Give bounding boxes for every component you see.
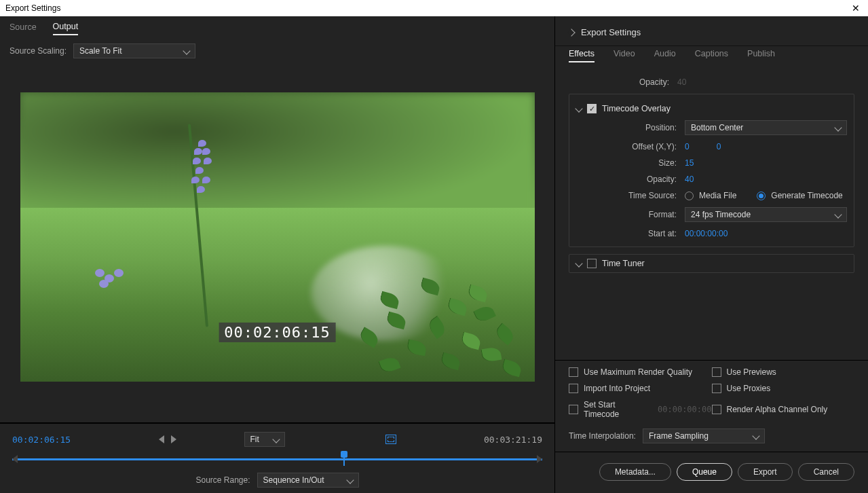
import-checkbox[interactable] [569, 384, 578, 393]
right-panel: Export Settings Effects Video Audio Capt… [555, 16, 868, 493]
zoom-value: Fit [250, 435, 259, 444]
scaling-dropdown[interactable]: Scale To Fit [73, 43, 195, 58]
alpha-checkbox[interactable] [712, 405, 721, 414]
interp-dropdown[interactable]: Frame Sampling [643, 428, 765, 443]
chevron-down-icon [834, 124, 842, 131]
export-settings-title: Export Settings [581, 27, 641, 37]
crop-icon[interactable] [385, 435, 396, 444]
startat-value[interactable]: 00:00:00:00 [685, 229, 728, 238]
alpha-row[interactable]: Render Alpha Channel Only [712, 400, 855, 419]
time-tuner-group: Time Tuner [569, 254, 854, 273]
tab-output[interactable]: Output [53, 22, 79, 35]
timesource-generate[interactable]: Generate Timecode [757, 191, 842, 200]
tab-captions[interactable]: Captions [695, 49, 728, 62]
timecode-overlay-header[interactable]: Timecode Overlay [576, 104, 847, 113]
time-interpolation-row: Time Interpolation: Frame Sampling [555, 428, 868, 452]
tab-audio[interactable]: Audio [654, 49, 676, 62]
max-render-row[interactable]: Use Maximum Render Quality [569, 367, 712, 377]
main: Source Output Source Scaling: Scale To F… [0, 16, 868, 493]
export-button[interactable]: Export [738, 463, 793, 481]
scaling-label: Source Scaling: [10, 46, 67, 56]
import-label: Import Into Project [584, 384, 650, 393]
previews-checkbox[interactable] [712, 367, 721, 377]
action-buttons: Metadata... Queue Export Cancel [555, 452, 868, 493]
tab-effects[interactable]: Effects [569, 49, 595, 62]
tab-video[interactable]: Video [614, 49, 635, 62]
render-options: Use Maximum Render Quality Use Previews … [555, 360, 868, 428]
radio-icon[interactable] [685, 191, 694, 200]
radio-icon[interactable] [757, 191, 766, 200]
current-timecode[interactable]: 00:02:06:15 [12, 435, 71, 445]
position-dropdown[interactable]: Bottom Center [685, 120, 847, 135]
queue-button[interactable]: Queue [677, 463, 732, 481]
zoom-dropdown[interactable]: Fit [244, 432, 285, 447]
proxies-checkbox[interactable] [712, 384, 721, 393]
time-tuner-header[interactable]: Time Tuner [576, 259, 847, 268]
opacity-value[interactable]: 40 [685, 175, 694, 184]
startat-label: Start at: [576, 229, 685, 238]
opacity-top-value: 40 [677, 77, 686, 87]
export-settings-header: Export Settings [555, 16, 868, 46]
import-row[interactable]: Import Into Project [569, 384, 712, 393]
tab-source[interactable]: Source [10, 22, 37, 35]
max-render-label: Use Maximum Render Quality [584, 367, 692, 377]
tab-publish[interactable]: Publish [747, 49, 775, 62]
alpha-label: Render Alpha Channel Only [727, 405, 828, 414]
offset-y[interactable]: 0 [717, 142, 721, 151]
effects-scroll[interactable]: Opacity: 40 Timecode Overlay Position: B… [555, 68, 868, 360]
chevron-down-icon [752, 432, 759, 439]
offset-label: Offset (X,Y): [576, 142, 685, 151]
preview-tabs: Source Output [0, 16, 554, 41]
timesource-media-file[interactable]: Media File [685, 191, 736, 200]
export-settings-toggle[interactable]: Export Settings [569, 23, 854, 41]
proxies-label: Use Proxies [727, 384, 771, 393]
timecode-overlay-checkbox[interactable] [587, 104, 597, 113]
video-preview[interactable]: 00:02:06:15 [20, 92, 535, 382]
chevron-down-icon [183, 47, 190, 54]
timecode-overlay: 00:02:06:15 [219, 323, 336, 342]
opacity-top-label: Opacity: [569, 77, 677, 87]
window-title: Export Settings [5, 3, 60, 13]
start-tc-row[interactable]: Set Start Timecode 00:00:00:00 [569, 400, 712, 419]
timeline-controls: 00:02:06:15 Fit 00:03:21:19 [0, 422, 554, 493]
format-value: 24 fps Timecode [691, 210, 751, 219]
position-label: Position: [576, 123, 685, 132]
max-render-checkbox[interactable] [569, 367, 578, 377]
previews-label: Use Previews [727, 367, 776, 377]
proxies-row[interactable]: Use Proxies [712, 384, 855, 393]
close-icon[interactable]: ✕ [849, 3, 863, 14]
time-tuner-title: Time Tuner [602, 259, 645, 268]
step-forward-icon[interactable] [171, 435, 176, 443]
chevron-down-icon [834, 211, 842, 218]
chevron-right-icon [567, 29, 575, 36]
scaling-value: Scale To Fit [79, 46, 121, 56]
duration-timecode: 00:03:21:19 [484, 435, 542, 445]
in-point-icon[interactable] [12, 455, 18, 463]
source-range-dropdown[interactable]: Sequence In/Out [257, 473, 359, 488]
timecode-overlay-title: Timecode Overlay [602, 104, 671, 113]
offset-x[interactable]: 0 [685, 142, 690, 151]
time-tuner-checkbox[interactable] [587, 259, 597, 268]
size-label: Size: [576, 158, 685, 168]
chevron-down-icon [575, 259, 582, 267]
start-tc-value: 00:00:00:00 [658, 405, 711, 414]
preview-area: 00:02:06:15 [0, 65, 554, 422]
interp-value: Frame Sampling [649, 431, 709, 441]
settings-tabs: Effects Video Audio Captions Publish [555, 46, 868, 68]
playhead[interactable] [341, 451, 347, 466]
step-back-icon[interactable] [159, 435, 164, 443]
source-range-value: Sequence In/Out [263, 475, 324, 485]
timeline[interactable] [12, 452, 542, 467]
format-dropdown[interactable]: 24 fps Timecode [685, 207, 847, 222]
format-label: Format: [576, 210, 685, 219]
out-point-icon[interactable] [537, 455, 542, 463]
timesource-opt1: Media File [699, 191, 736, 200]
size-value[interactable]: 15 [685, 158, 694, 168]
start-tc-checkbox[interactable] [569, 405, 578, 414]
timesource-label: Time Source: [576, 191, 685, 200]
left-panel: Source Output Source Scaling: Scale To F… [0, 16, 555, 493]
cancel-button[interactable]: Cancel [798, 463, 854, 481]
opacity-top-param: Opacity: 40 [569, 77, 854, 87]
metadata-button[interactable]: Metadata... [599, 463, 671, 481]
previews-row[interactable]: Use Previews [712, 367, 855, 377]
